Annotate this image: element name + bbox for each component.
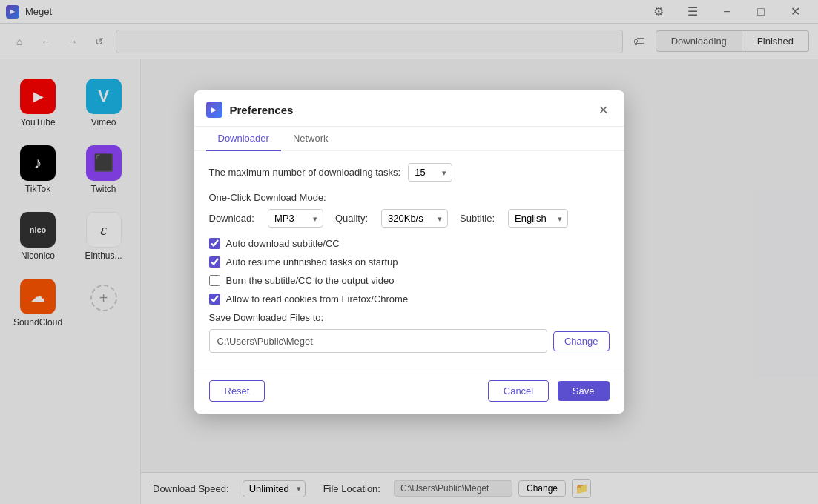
dialog-header: Preferences ✕ [194,90,624,127]
quality-label: Quality: [335,213,368,224]
dialog-close-button[interactable]: ✕ [595,101,613,119]
preferences-dialog: Preferences ✕ Downloader Network The max… [194,90,624,414]
burn-subtitle-checkbox[interactable] [209,275,220,286]
max-tasks-select[interactable]: 135101520 [408,163,452,182]
one-click-row: Download: MP3MP4MKVWEBM Quality: 128Kb/s… [209,209,610,228]
cancel-button[interactable]: Cancel [488,380,549,402]
checkbox-burn-subtitle: Burn the subtitle/CC to the output video [209,275,610,286]
save-location-row: Change [209,329,610,353]
save-location-label: Save Downloaded Files to: [209,312,610,323]
dialog-title: Preferences [230,104,294,116]
save-location-input[interactable] [209,329,547,353]
download-type-select[interactable]: MP3MP4MKVWEBM [268,209,323,228]
max-tasks-select-wrapper: 135101520 [408,163,452,182]
max-tasks-label: The maximum number of downloading tasks: [209,167,401,178]
download-type-label: Download: [209,213,254,224]
checkbox-auto-resume: Auto resume unfinished tasks on startup [209,256,610,268]
reset-button[interactable]: Reset [209,380,265,402]
tab-downloader[interactable]: Downloader [206,127,281,151]
download-type-select-wrapper: MP3MP4MKVWEBM [268,209,323,228]
dialog-footer: Reset Cancel Save [194,371,624,414]
quality-item: Quality: 128Kb/s192Kb/s256Kb/s320Kb/s [335,209,448,228]
checkbox-auto-subtitle: Auto download subtitle/CC [209,238,610,249]
tab-network[interactable]: Network [281,127,340,151]
checkbox-read-cookies: Allow to read cookies from Firefox/Chrom… [209,294,610,305]
dialog-body: The maximum number of downloading tasks:… [194,151,624,365]
auto-subtitle-checkbox[interactable] [209,238,220,249]
dialog-app-icon [206,102,222,118]
one-click-section: One-Click Download Mode: Download: MP3MP… [209,192,610,228]
dialog-tabs: Downloader Network [194,127,624,151]
read-cookies-label: Allow to read cookies from Firefox/Chrom… [226,294,409,305]
auto-resume-checkbox[interactable] [209,256,220,268]
one-click-label: One-Click Download Mode: [209,192,326,203]
subtitle-label: Subtitle: [460,213,495,224]
subtitle-select-wrapper: NoneEnglishSpanishFrench [508,209,568,228]
burn-subtitle-label: Burn the subtitle/CC to the output video [226,275,395,286]
max-tasks-row: The maximum number of downloading tasks:… [209,163,610,182]
save-location-change-button[interactable]: Change [553,331,610,351]
subtitle-select[interactable]: NoneEnglishSpanishFrench [508,209,568,228]
save-button[interactable]: Save [558,381,610,401]
read-cookies-checkbox[interactable] [209,294,220,305]
dialog-footer-right: Cancel Save [488,380,610,402]
quality-select-wrapper: 128Kb/s192Kb/s256Kb/s320Kb/s [381,209,448,228]
save-location-section: Save Downloaded Files to: Change [209,312,610,353]
auto-resume-label: Auto resume unfinished tasks on startup [226,256,398,268]
quality-select[interactable]: 128Kb/s192Kb/s256Kb/s320Kb/s [381,209,448,228]
subtitle-item: Subtitle: NoneEnglishSpanishFrench [460,209,568,228]
auto-subtitle-label: Auto download subtitle/CC [226,238,340,249]
dialog-header-left: Preferences [206,102,294,118]
download-type-item: Download: MP3MP4MKVWEBM [209,209,323,228]
